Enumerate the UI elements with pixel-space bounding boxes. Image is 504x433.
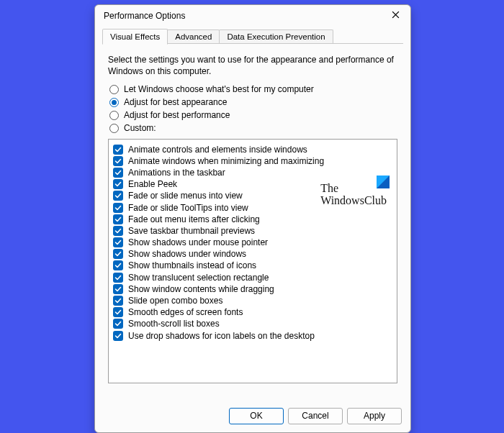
button-label: OK <box>250 411 262 421</box>
checkbox-icon <box>113 191 123 201</box>
checkbox-icon <box>113 307 123 317</box>
radio-label: Let Windows choose what's best for my co… <box>124 84 314 94</box>
checkbox-icon <box>113 319 123 329</box>
option-row[interactable]: Enable Peek <box>113 179 392 189</box>
tab-label: Advanced <box>175 32 212 41</box>
window-title: Performance Options <box>104 11 384 21</box>
radio-group: Let Windows choose what's best for my co… <box>109 84 397 133</box>
option-label: Fade or slide ToolTips into view <box>128 203 248 213</box>
option-row[interactable]: Fade or slide ToolTips into view <box>113 203 392 213</box>
option-label: Show shadows under windows <box>128 249 246 259</box>
checkbox-icon <box>113 156 123 166</box>
radio-icon <box>109 85 119 94</box>
radio-icon <box>109 98 119 107</box>
option-label: Show thumbnails instead of icons <box>128 260 256 270</box>
checkbox-icon <box>113 203 123 213</box>
option-label: Show translucent selection rectangle <box>128 273 269 283</box>
tab-strip: Visual Effects Advanced Data Execution P… <box>95 27 410 44</box>
radio-let-windows-choose[interactable]: Let Windows choose what's best for my co… <box>109 84 397 94</box>
performance-options-dialog: Performance Options Visual Effects Advan… <box>94 4 411 433</box>
radio-label: Custom: <box>124 123 156 133</box>
radio-label: Adjust for best performance <box>124 110 230 120</box>
checkbox-icon <box>113 214 123 224</box>
option-row[interactable]: Save taskbar thumbnail previews <box>113 226 392 236</box>
option-row[interactable]: Animate windows when minimizing and maxi… <box>113 156 392 166</box>
titlebar[interactable]: Performance Options <box>95 5 410 27</box>
option-label: Show shadows under mouse pointer <box>128 237 268 247</box>
radio-icon <box>109 124 119 133</box>
option-row[interactable]: Show translucent selection rectangle <box>113 273 392 283</box>
option-label: Smooth-scroll list boxes <box>128 319 220 329</box>
radio-icon <box>109 111 119 120</box>
dialog-footer: OK Cancel Apply <box>95 404 410 432</box>
option-label: Enable Peek <box>128 179 177 189</box>
radio-best-appearance[interactable]: Adjust for best appearance <box>109 97 397 107</box>
option-row[interactable]: Smooth edges of screen fonts <box>113 307 392 317</box>
checkbox-icon <box>113 331 123 341</box>
option-row[interactable]: Fade out menu items after clicking <box>113 214 392 224</box>
checkbox-icon <box>113 226 123 236</box>
option-row[interactable]: Show window contents while dragging <box>113 284 392 294</box>
option-row[interactable]: Fade or slide menus into view <box>113 191 392 201</box>
checkbox-icon <box>113 237 123 247</box>
option-label: Save taskbar thumbnail previews <box>128 226 255 236</box>
checkbox-icon <box>113 179 123 189</box>
checkbox-icon <box>113 296 123 306</box>
tab-advanced[interactable]: Advanced <box>167 29 220 44</box>
radio-best-performance[interactable]: Adjust for best performance <box>109 110 397 120</box>
checkbox-icon <box>113 249 123 259</box>
option-row[interactable]: Animate controls and elements inside win… <box>113 145 392 155</box>
tab-dep[interactable]: Data Execution Prevention <box>219 29 333 44</box>
option-row[interactable]: Animations in the taskbar <box>113 168 392 178</box>
checkbox-icon <box>113 145 123 155</box>
option-label: Fade out menu items after clicking <box>128 214 260 224</box>
option-row[interactable]: Slide open combo boxes <box>113 296 392 306</box>
button-label: Apply <box>364 411 385 421</box>
tab-label: Data Execution Prevention <box>227 32 325 41</box>
radio-label: Adjust for best appearance <box>124 97 227 107</box>
option-label: Fade or slide menus into view <box>128 191 243 201</box>
option-label: Show window contents while dragging <box>128 284 274 294</box>
options-list[interactable]: Animate controls and elements inside win… <box>108 139 397 383</box>
option-row[interactable]: Use drop shadows for icon labels on the … <box>113 331 392 341</box>
option-label: Use drop shadows for icon labels on the … <box>128 331 315 341</box>
button-label: Cancel <box>302 411 328 421</box>
tab-label: Visual Effects <box>110 32 160 41</box>
cancel-button[interactable]: Cancel <box>288 408 343 424</box>
tab-content: Select the settings you want to use for … <box>95 44 410 404</box>
checkbox-icon <box>113 284 123 294</box>
option-row[interactable]: Show shadows under mouse pointer <box>113 237 392 247</box>
ok-button[interactable]: OK <box>229 408 284 424</box>
tab-visual-effects[interactable]: Visual Effects <box>102 29 168 45</box>
option-row[interactable]: Show shadows under windows <box>113 249 392 259</box>
option-label: Animations in the taskbar <box>128 168 225 178</box>
option-row[interactable]: Smooth-scroll list boxes <box>113 319 392 329</box>
option-label: Slide open combo boxes <box>128 296 222 306</box>
close-icon <box>392 11 400 21</box>
checkbox-icon <box>113 260 123 270</box>
checkbox-icon <box>113 168 123 178</box>
checkbox-icon <box>113 273 123 283</box>
close-button[interactable] <box>384 8 406 24</box>
radio-custom[interactable]: Custom: <box>109 123 397 133</box>
option-row[interactable]: Show thumbnails instead of icons <box>113 260 392 270</box>
option-label: Animate windows when minimizing and maxi… <box>128 156 324 166</box>
option-label: Smooth edges of screen fonts <box>128 307 243 317</box>
option-label: Animate controls and elements inside win… <box>128 145 307 155</box>
apply-button[interactable]: Apply <box>347 408 402 424</box>
description-text: Select the settings you want to use for … <box>108 54 397 77</box>
